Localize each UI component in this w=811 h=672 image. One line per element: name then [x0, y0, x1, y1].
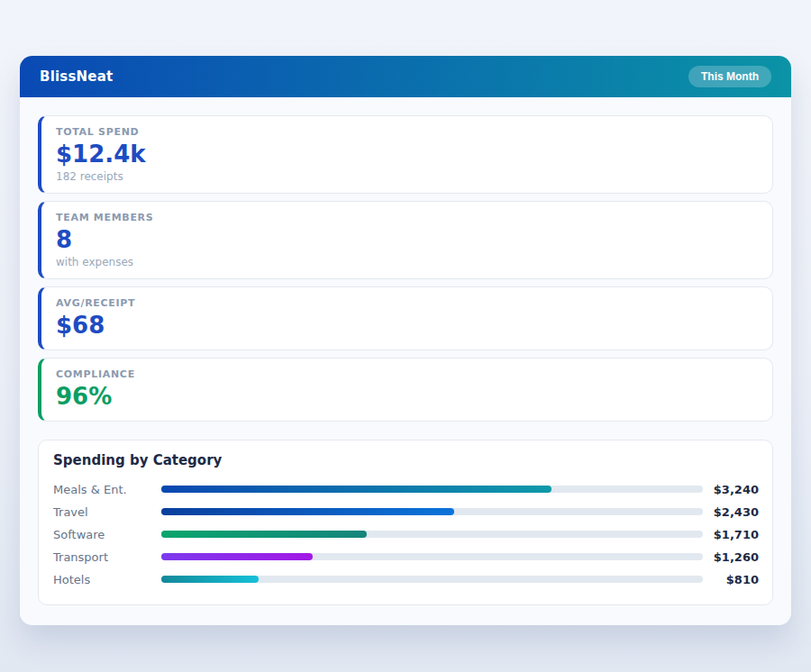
stat-card-total-spend: TOTAL SPEND $12.4k 182 receipts: [38, 115, 773, 194]
chart-row: Transport$1,260: [53, 546, 759, 568]
stat-card-team-members: TEAM MEMBERS 8 with expenses: [38, 201, 773, 279]
stat-card-compliance: COMPLIANCE 96%: [38, 358, 773, 422]
chart-category-label: Software: [53, 528, 161, 541]
stat-label: COMPLIANCE: [56, 368, 758, 380]
chart-category-label: Transport: [53, 550, 161, 564]
stat-value: $68: [56, 313, 758, 340]
chart-value-label: $810: [703, 573, 759, 586]
stat-label: TOTAL SPEND: [56, 126, 758, 138]
stat-card-avg-receipt: AVG/RECEIPT $68: [38, 286, 773, 350]
chart-bar-track: [161, 531, 703, 538]
chart-bar-track: [161, 576, 703, 583]
stat-label: AVG/RECEIPT: [56, 297, 758, 309]
chart-row: Software$1,710: [53, 523, 759, 546]
chart-bar-fill: [161, 508, 454, 515]
stat-label: TEAM MEMBERS: [56, 212, 758, 223]
spending-by-category-chart: Spending by Category Meals & Ent.$3,240T…: [38, 440, 773, 605]
stat-sub: 182 receipts: [56, 170, 758, 183]
chart-category-label: Meals & Ent.: [53, 483, 161, 496]
chart-bar-fill: [161, 576, 259, 583]
chart-bar-track: [161, 508, 703, 515]
chart-category-label: Hotels: [53, 573, 161, 586]
chart-value-label: $1,710: [703, 528, 759, 541]
chart-rows: Meals & Ent.$3,240Travel$2,430Software$1…: [53, 478, 759, 591]
chart-bar-fill: [161, 531, 367, 538]
chart-bar-track: [161, 553, 703, 560]
chart-value-label: $2,430: [703, 505, 759, 519]
stat-value: 96%: [56, 384, 758, 411]
chart-bar-fill: [161, 486, 551, 493]
app-title: BlissNeat: [40, 68, 113, 85]
dashboard-card: BlissNeat This Month TOTAL SPEND $12.4k …: [20, 56, 791, 625]
stat-sub: with expenses: [56, 256, 758, 268]
chart-category-label: Travel: [53, 505, 161, 519]
chart-value-label: $3,240: [703, 483, 759, 496]
chart-row: Meals & Ent.$3,240: [53, 478, 759, 501]
chart-value-label: $1,260: [703, 550, 759, 564]
stat-value: $12.4k: [56, 141, 758, 168]
app-header: BlissNeat This Month: [20, 56, 791, 97]
chart-bar-track: [161, 486, 703, 493]
stat-value: 8: [56, 227, 758, 254]
chart-bar-fill: [161, 553, 313, 560]
period-badge[interactable]: This Month: [688, 66, 771, 87]
app-body: TOTAL SPEND $12.4k 182 receipts TEAM MEM…: [20, 97, 791, 625]
chart-title: Spending by Category: [53, 452, 759, 468]
chart-row: Hotels$810: [53, 568, 759, 591]
chart-row: Travel$2,430: [53, 501, 759, 523]
